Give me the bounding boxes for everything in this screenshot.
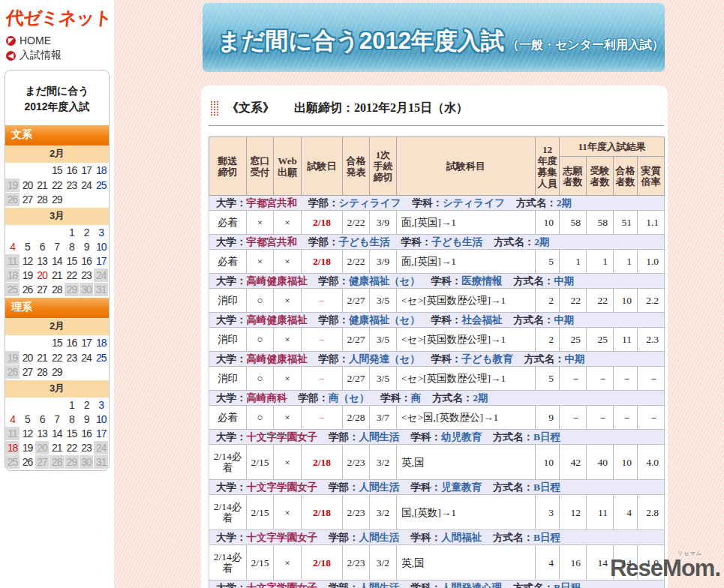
calendar-day-6[interactable]: 6 — [35, 240, 50, 254]
calendar-day-22[interactable]: 22 — [50, 178, 65, 192]
method-name[interactable]: B日程 — [533, 532, 560, 543]
calendar-day-15[interactable]: 15 — [50, 164, 65, 178]
calendar-day-8[interactable]: 8 — [65, 412, 80, 427]
department-name[interactable]: 商 — [411, 392, 422, 404]
department-name[interactable]: 医療情報 — [461, 275, 502, 286]
university-name[interactable]: 十文字学園女子 — [247, 482, 318, 493]
calendar-day-28[interactable]: 28 — [35, 192, 50, 206]
calendar-day-4[interactable]: 4 — [5, 412, 20, 427]
calendar-day-26[interactable]: 26 — [20, 455, 35, 470]
calendar-day-18[interactable]: 18 — [94, 164, 109, 178]
calendar-day-25[interactable]: 25 — [94, 350, 109, 364]
university-name[interactable]: 高崎商科 — [247, 392, 287, 404]
calendar-day-17[interactable]: 17 — [79, 336, 94, 350]
calendar-day-10[interactable]: 10 — [94, 240, 109, 254]
calendar-day-14[interactable]: 14 — [50, 427, 65, 441]
method-name[interactable]: 2期 — [534, 236, 549, 248]
calendar-day-24[interactable]: 24 — [79, 178, 94, 192]
method-name[interactable]: 中期 — [554, 275, 574, 286]
university-name[interactable]: 高崎健康福祉 — [247, 275, 308, 286]
faculty-name[interactable]: 健康福祉（セ） — [349, 275, 420, 286]
faculty-name[interactable]: 人間生活 — [359, 582, 400, 588]
faculty-name[interactable]: 商（セ） — [329, 392, 369, 404]
calendar-day-27[interactable]: 27 — [35, 283, 50, 297]
calendar-day-3[interactable]: 3 — [94, 226, 109, 240]
department-name[interactable]: 子ども生活 — [431, 236, 482, 248]
calendar-day-20[interactable]: 20 — [35, 268, 50, 283]
calendar-day-27[interactable]: 27 — [20, 364, 35, 379]
calendar-day-13[interactable]: 13 — [35, 427, 50, 441]
calendar-day-8[interactable]: 8 — [65, 240, 80, 254]
calendar-day-9[interactable]: 9 — [79, 240, 94, 254]
calendar-day-28[interactable]: 28 — [50, 283, 65, 297]
university-name[interactable]: 宇都宮共和 — [247, 197, 298, 208]
faculty-name[interactable]: 子ども生活 — [339, 236, 390, 248]
calendar-day-13[interactable]: 13 — [35, 254, 50, 268]
department-name[interactable]: 人間福祉 — [441, 532, 482, 543]
calendar-day-26[interactable]: 26 — [20, 283, 35, 297]
calendar-day-20[interactable]: 20 — [20, 350, 35, 364]
university-name[interactable]: 十文字学園女子 — [247, 532, 318, 543]
calendar-day-15[interactable]: 15 — [50, 336, 65, 350]
calendar-day-7[interactable]: 7 — [50, 240, 65, 254]
calendar-day-6[interactable]: 6 — [35, 412, 50, 427]
department-name[interactable]: 社会福祉 — [461, 314, 502, 326]
university-name[interactable]: 高崎健康福祉 — [247, 353, 308, 364]
faculty-name[interactable]: 健康福祉（セ） — [349, 314, 420, 326]
department-name[interactable]: 子ども教育 — [461, 353, 512, 364]
calendar-day-15[interactable]: 15 — [65, 427, 80, 441]
university-name[interactable]: 十文字学園女子 — [247, 431, 318, 442]
calendar-day-21[interactable]: 21 — [35, 178, 50, 192]
calendar-day-5[interactable]: 5 — [20, 240, 35, 254]
method-name[interactable]: 中期 — [554, 314, 574, 326]
method-name[interactable]: B日程 — [533, 482, 560, 493]
calendar-day-21[interactable]: 21 — [50, 268, 65, 283]
calendar-day-18[interactable]: 18 — [94, 336, 109, 350]
calendar-day-28[interactable]: 28 — [35, 364, 50, 379]
university-name[interactable]: 十文字学園女子 — [247, 582, 318, 588]
calendar-day-1[interactable]: 1 — [65, 226, 80, 240]
method-name[interactable]: 中期 — [564, 353, 584, 364]
method-name[interactable]: B日程 — [554, 582, 581, 588]
calendar-day-25[interactable]: 25 — [94, 178, 109, 192]
calendar-day-16[interactable]: 16 — [79, 427, 94, 441]
calendar-day-16[interactable]: 16 — [65, 164, 80, 178]
calendar-day-19[interactable]: 19 — [20, 441, 35, 455]
method-name[interactable]: 2期 — [557, 197, 572, 208]
calendar-day-21[interactable]: 21 — [50, 441, 65, 455]
department-name[interactable]: シティライフ — [443, 197, 505, 208]
calendar-day-27[interactable]: 27 — [20, 192, 35, 206]
calendar-day-23[interactable]: 23 — [79, 268, 94, 283]
calendar-day-29[interactable]: 29 — [50, 364, 65, 379]
calendar-day-19[interactable]: 19 — [20, 268, 35, 283]
method-name[interactable]: B日程 — [533, 431, 560, 442]
calendar-day-22[interactable]: 22 — [65, 441, 80, 455]
nav-item-home[interactable]: ◤ HOME — [6, 34, 114, 46]
method-name[interactable]: 2期 — [473, 392, 488, 404]
calendar-day-4[interactable]: 4 — [5, 240, 20, 254]
calendar-day-2[interactable]: 2 — [79, 398, 94, 412]
faculty-name[interactable]: 人間生活 — [359, 532, 400, 543]
calendar-day-16[interactable]: 16 — [79, 254, 94, 268]
calendar-day-1[interactable]: 1 — [65, 398, 80, 412]
calendar-day-7[interactable]: 7 — [50, 412, 65, 427]
calendar-day-15[interactable]: 15 — [65, 254, 80, 268]
calendar-day-17[interactable]: 17 — [94, 254, 109, 268]
faculty-name[interactable]: 人間生活 — [359, 431, 400, 442]
calendar-day-14[interactable]: 14 — [50, 254, 65, 268]
calendar-day-22[interactable]: 22 — [50, 350, 65, 364]
department-name[interactable]: 幼児教育 — [441, 431, 482, 442]
calendar-day-23[interactable]: 23 — [65, 350, 80, 364]
calendar-day-23[interactable]: 23 — [65, 178, 80, 192]
calendar-day-12[interactable]: 12 — [20, 254, 35, 268]
faculty-name[interactable]: 人間発達（セ） — [349, 353, 420, 364]
department-name[interactable]: 人間発達心理 — [441, 582, 502, 588]
department-name[interactable]: 児童教育 — [441, 482, 482, 493]
calendar-day-29[interactable]: 29 — [50, 192, 65, 206]
university-name[interactable]: 宇都宮共和 — [247, 236, 298, 248]
calendar-day-24[interactable]: 24 — [79, 350, 94, 364]
calendar-day-12[interactable]: 12 — [20, 427, 35, 441]
calendar-day-16[interactable]: 16 — [65, 336, 80, 350]
calendar-day-9[interactable]: 9 — [79, 412, 94, 427]
calendar-day-23[interactable]: 23 — [79, 441, 94, 455]
